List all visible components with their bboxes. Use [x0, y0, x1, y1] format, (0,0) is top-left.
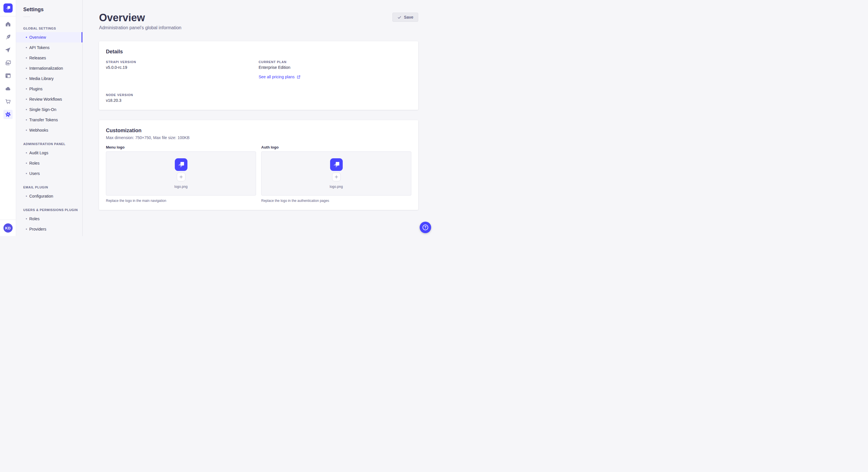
- details-grid: STRAPI VERSION v5.0.0-rc.19 CURRENT PLAN…: [106, 60, 411, 103]
- plus-icon: [179, 175, 183, 179]
- external-link-icon: [297, 75, 301, 79]
- strapi-mark-icon: [330, 158, 343, 171]
- rail-footer: KD: [0, 220, 16, 236]
- sidebar-item-internationalization[interactable]: Internationalization: [16, 63, 82, 73]
- auth-logo-add-button[interactable]: [332, 173, 341, 181]
- sidebar-item-marketplace[interactable]: [3, 97, 12, 106]
- home-icon: [5, 21, 11, 27]
- sidebar-item-media[interactable]: [3, 58, 12, 67]
- section-label-global-settings: GLOBAL SETTINGS: [23, 27, 82, 30]
- customization-card-subtitle: Max dimension: 750×750, Max file size: 1…: [106, 135, 411, 140]
- current-plan-value: Enterprise Edition: [259, 65, 411, 70]
- sidebar-divider: [23, 16, 30, 17]
- avatar[interactable]: KD: [3, 224, 12, 233]
- bullet-dot: [26, 173, 27, 174]
- help-button[interactable]: ?: [420, 222, 431, 233]
- node-version-field: NODE VERSION v18.20.3: [106, 93, 259, 103]
- strapi-version-field: STRAPI VERSION v5.0.0-rc.19: [106, 60, 259, 79]
- bullet-dot: [26, 119, 27, 121]
- sidebar-item-content[interactable]: [3, 32, 12, 42]
- bullet-dot: [26, 130, 27, 131]
- sidebar-item-deploy[interactable]: [3, 84, 12, 93]
- layout-icon: [5, 72, 11, 79]
- section-list-users-permissions-plugin: Roles Providers: [16, 214, 82, 234]
- main-content: Overview Administration panel’s global i…: [83, 0, 434, 236]
- node-version-label: NODE VERSION: [106, 93, 259, 97]
- sidebar-item-up-providers[interactable]: Providers: [16, 224, 82, 234]
- gear-icon: [5, 111, 11, 117]
- menu-logo-add-button[interactable]: [177, 173, 185, 181]
- bullet-dot: [26, 88, 27, 90]
- section-list-email-plugin: Configuration: [16, 191, 82, 201]
- strapi-version-value: v5.0.0-rc.19: [106, 65, 259, 70]
- page-title: Overview: [99, 12, 181, 23]
- sidebar-item-transfer-tokens[interactable]: Transfer Tokens: [16, 115, 82, 125]
- menu-logo-carousel: logo.png: [106, 151, 256, 196]
- page-header: Overview Administration panel’s global i…: [99, 0, 418, 30]
- page-subtitle: Administration panel’s global informatio…: [99, 25, 181, 30]
- sidebar-item-single-sign-on[interactable]: Single Sign-On: [16, 104, 82, 115]
- feather-icon: [5, 34, 11, 40]
- rail-header: [0, 0, 16, 16]
- sidebar-item-overview[interactable]: Overview: [16, 32, 82, 42]
- bullet-dot: [26, 218, 27, 220]
- pricing-plans-link[interactable]: See all pricing plans: [259, 74, 301, 79]
- strapi-mark-icon: [175, 158, 187, 171]
- sidebar-title: Settings: [23, 6, 82, 12]
- paper-plane-icon: [5, 47, 11, 53]
- app-window: KD Settings GLOBAL SETTINGS Overview API…: [0, 0, 434, 236]
- bullet-dot: [26, 99, 27, 100]
- sidebar-item-webhooks[interactable]: Webhooks: [16, 125, 82, 135]
- bullet-dot: [26, 57, 27, 59]
- sidebar-item-home[interactable]: [3, 20, 12, 29]
- customization-card-title: Customization: [106, 127, 411, 134]
- details-card-title: Details: [106, 48, 411, 55]
- sidebar-item-api-tokens[interactable]: API Tokens: [16, 42, 82, 53]
- menu-logo-preview: [175, 158, 187, 171]
- bullet-dot: [26, 78, 27, 79]
- strapi-version-label: STRAPI VERSION: [106, 60, 259, 64]
- auth-logo-filename: logo.png: [330, 185, 343, 189]
- menu-logo-label: Menu logo: [106, 145, 256, 150]
- bullet-dot: [26, 196, 27, 197]
- section-label-administration-panel: ADMINISTRATION PANEL: [23, 142, 82, 146]
- sidebar-item-admin-users[interactable]: Users: [16, 168, 82, 179]
- sidebar-item-media-library[interactable]: Media Library: [16, 73, 82, 84]
- section-label-users-permissions-plugin: USERS & PERMISSIONS PLUGIN: [23, 208, 82, 212]
- menu-logo-filename: logo.png: [174, 185, 187, 189]
- media-icon: [5, 60, 11, 66]
- save-button[interactable]: Save: [392, 12, 418, 22]
- sidebar-item-review-workflows[interactable]: Review Workflows: [16, 94, 82, 104]
- auth-logo-label: Auth logo: [261, 145, 411, 150]
- sidebar-item-releases[interactable]: Releases: [16, 53, 82, 63]
- sidebar-item-email-configuration[interactable]: Configuration: [16, 191, 82, 201]
- strapi-logo[interactable]: [3, 3, 12, 12]
- section-list-administration-panel: Audit Logs Roles Users: [16, 148, 82, 179]
- pricing-plans-link-label: See all pricing plans: [259, 74, 294, 79]
- check-icon: [397, 15, 402, 20]
- bullet-dot: [26, 37, 27, 38]
- menu-logo-hint: Replace the logo in the main navigation: [106, 198, 256, 203]
- sidebar-item-releases[interactable]: [3, 45, 12, 55]
- save-button-label: Save: [404, 15, 413, 20]
- strapi-mark-icon: [3, 3, 12, 12]
- icon-rail: KD: [0, 0, 16, 236]
- logo-uploads: Menu logo: [106, 145, 411, 203]
- cart-icon: [5, 98, 11, 105]
- sidebar-item-up-roles[interactable]: Roles: [16, 214, 82, 224]
- sidebar-item-plugins[interactable]: Plugins: [16, 84, 82, 94]
- sidebar-item-audit-logs[interactable]: Audit Logs: [16, 148, 82, 158]
- node-version-value: v18.20.3: [106, 98, 259, 103]
- bullet-dot: [26, 229, 27, 230]
- settings-sidebar: Settings GLOBAL SETTINGS Overview API To…: [16, 0, 83, 236]
- sidebar-item-content-type-builder[interactable]: [3, 71, 12, 80]
- auth-logo-carousel: logo.png: [261, 151, 411, 196]
- current-plan-label: CURRENT PLAN: [259, 60, 411, 64]
- question-icon: ?: [423, 225, 428, 230]
- bullet-dot: [26, 163, 27, 164]
- details-grid-spacer: [259, 93, 411, 103]
- section-list-global-settings: Overview API Tokens Releases Internation…: [16, 32, 82, 135]
- bullet-dot: [26, 47, 27, 48]
- sidebar-item-admin-roles[interactable]: Roles: [16, 158, 82, 168]
- sidebar-item-settings[interactable]: [3, 110, 12, 119]
